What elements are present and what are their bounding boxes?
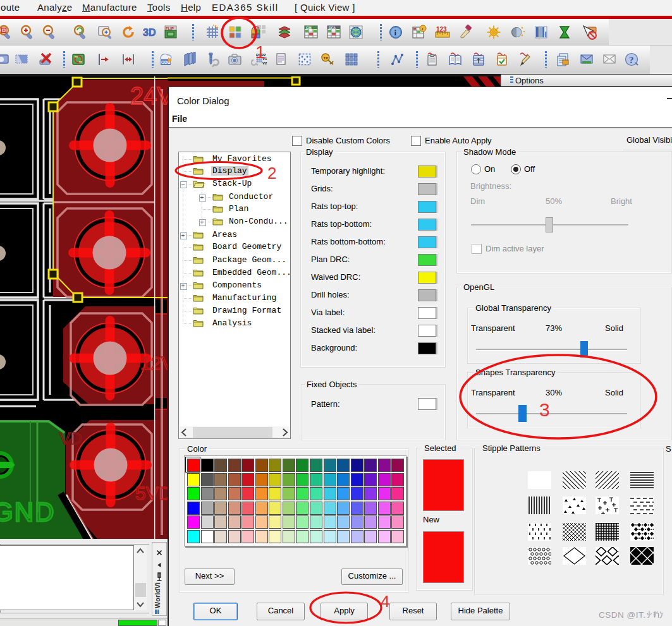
- svg-text:TP: TP: [324, 56, 329, 60]
- svg-text:VD: VD: [59, 429, 82, 448]
- svg-text:3D: 3D: [143, 27, 156, 38]
- svg-text:V2: V2: [262, 61, 267, 65]
- svg-text:GND: GND: [0, 497, 55, 527]
- svg-text:12V: 12V: [140, 352, 168, 373]
- svg-text:i: i: [394, 28, 397, 37]
- svg-text:i: i: [422, 27, 424, 32]
- svg-text:5VD: 5VD: [135, 483, 168, 503]
- svg-text:DFA: DFA: [329, 26, 336, 30]
- svg-text:FLIP: FLIP: [166, 27, 174, 30]
- svg-text:V1: V1: [262, 57, 267, 61]
- svg-text:?: ?: [629, 55, 634, 65]
- svg-text:24V: 24V: [130, 83, 168, 109]
- svg-text:123: 123: [436, 26, 447, 33]
